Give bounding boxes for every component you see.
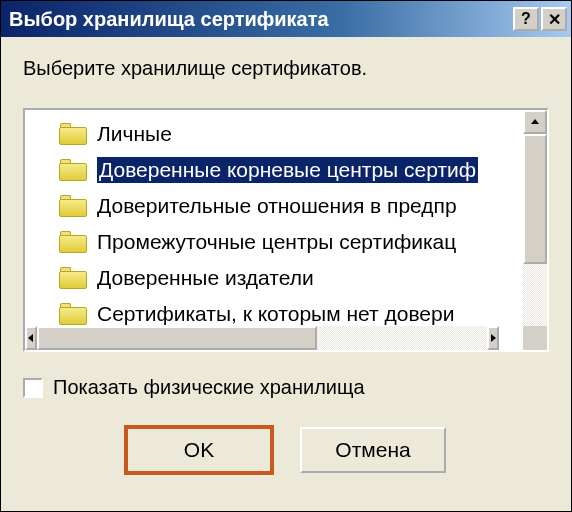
titlebar[interactable]: Выбор хранилища сертификата ? ✕ [1, 1, 571, 37]
window-title: Выбор хранилища сертификата [9, 8, 513, 31]
show-physical-checkbox[interactable] [23, 378, 43, 398]
svg-marker-0 [28, 334, 33, 342]
scrollbar-corner [523, 326, 547, 350]
folder-icon [59, 159, 87, 181]
svg-marker-1 [491, 334, 496, 342]
help-button[interactable]: ? [513, 7, 539, 31]
folder-icon [59, 123, 87, 145]
folder-icon [59, 303, 87, 325]
hscroll-track[interactable] [37, 326, 487, 350]
hscroll-thumb[interactable] [37, 326, 317, 350]
tree-item-label: Сертификаты, к которым нет довери [97, 302, 454, 326]
folder-icon [59, 195, 87, 217]
tree-list: ЛичныеДоверенные корневые центры сертифД… [25, 110, 523, 332]
tree-body: ЛичныеДоверенные корневые центры сертифД… [25, 110, 523, 350]
tree-item-label: Промежуточные центры сертификац [97, 230, 456, 254]
tree-item[interactable]: Доверительные отношения в предпр [25, 188, 523, 224]
scroll-up-button[interactable] [523, 110, 547, 134]
instruction-text: Выберите хранилище сертификатов. [23, 57, 549, 80]
tree-item-label: Личные [97, 122, 172, 146]
dialog-window: Выбор хранилища сертификата ? ✕ Выберите… [0, 0, 572, 512]
show-physical-checkbox-row[interactable]: Показать физические хранилища [23, 376, 549, 399]
dialog-content: Выберите хранилище сертификатов. ЛичныеД… [1, 37, 571, 511]
show-physical-label: Показать физические хранилища [53, 376, 365, 399]
tree-view[interactable]: ЛичныеДоверенные корневые центры сертифД… [23, 108, 549, 352]
scroll-left-button[interactable] [25, 326, 37, 350]
close-button[interactable]: ✕ [541, 7, 567, 31]
tree-item-label: Доверительные отношения в предпр [97, 194, 457, 218]
tree-item-label: Доверенные издатели [97, 266, 314, 290]
vscroll-track[interactable] [523, 134, 547, 326]
button-row: OK Отмена [23, 427, 549, 473]
tree-item[interactable]: Личные [25, 116, 523, 152]
ok-button[interactable]: OK [126, 427, 272, 473]
vscroll-thumb[interactable] [523, 134, 547, 264]
scroll-right-button[interactable] [487, 326, 499, 350]
folder-icon [59, 231, 87, 253]
svg-marker-2 [531, 119, 539, 124]
cancel-button[interactable]: Отмена [300, 427, 446, 473]
tree-item-label: Доверенные корневые центры сертиф [97, 157, 478, 183]
tree-item[interactable]: Доверенные корневые центры сертиф [25, 152, 523, 188]
titlebar-buttons: ? ✕ [513, 7, 567, 31]
tree-item[interactable]: Промежуточные центры сертификац [25, 224, 523, 260]
tree-item[interactable]: Доверенные издатели [25, 260, 523, 296]
vertical-scrollbar[interactable] [523, 110, 547, 350]
horizontal-scrollbar[interactable] [25, 326, 499, 350]
folder-icon [59, 267, 87, 289]
